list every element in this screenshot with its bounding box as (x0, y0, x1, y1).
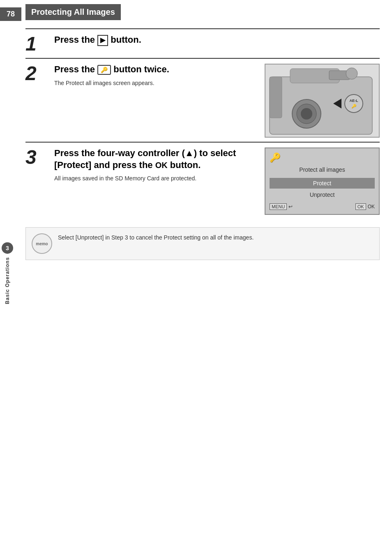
step-2-text: Press the 🔑 button twice. The Protect al… (54, 64, 256, 88)
ok-btn-box: OK (355, 203, 366, 210)
tab-number: 3 (2, 242, 13, 253)
svg-text:AE-L: AE-L (350, 99, 358, 103)
step-2-number: 2 (25, 64, 50, 83)
step-1-content: Press the ▶ button. (54, 34, 380, 49)
ok-label-footer: OK (368, 204, 375, 210)
screen-ui: 🔑 Protect all images Protect Unprotect M… (265, 147, 380, 215)
memo-icon: memo (32, 233, 52, 254)
step-3-content: Press the four-way controller (▲) to sel… (54, 147, 380, 215)
step-2-with-image: Press the 🔑 button twice. The Protect al… (54, 64, 380, 138)
ok-label: OK (155, 161, 168, 170)
camera-illustration: AE-L 🔑 (265, 64, 380, 138)
menu-btn-box: MENU (270, 203, 287, 210)
step-3-with-image: Press the four-way controller (▲) to sel… (54, 147, 380, 215)
step-2-content: Press the 🔑 button twice. The Protect al… (54, 64, 380, 138)
step-3-title: Press the four-way controller (▲) to sel… (54, 147, 256, 171)
step-2: 2 Press the 🔑 button twice. The Protect … (25, 58, 380, 138)
screen-item-unprotect: Unprotect (270, 189, 375, 200)
back-icon: ↩ (288, 204, 293, 210)
page-number: 78 (0, 7, 21, 21)
step-2-image: AE-L 🔑 (265, 64, 380, 138)
step-2-title: Press the 🔑 button twice. (54, 64, 256, 76)
step-2-desc: The Protect all images screen appears. (54, 79, 256, 88)
screen-item-protect: Protect (270, 178, 375, 189)
page-header: Protecting All Images (25, 4, 121, 20)
svg-rect-2 (270, 77, 282, 118)
sidebar: 78 3 Basic Operations (0, 0, 21, 546)
protect-button-icon: 🔑 (97, 65, 111, 75)
tab-label: Basic Operations (5, 257, 10, 304)
step-3-desc: All images saved in the SD Memory Card a… (54, 174, 256, 183)
screen-ok-btn: OK OK (355, 203, 375, 210)
screen-protect-icon: 🔑 (270, 152, 375, 163)
sidebar-tab: 3 Basic Operations (0, 242, 15, 304)
step-1-number: 1 (25, 34, 50, 54)
step-1-title: Press the ▶ button. (54, 34, 380, 46)
step-3-screen: 🔑 Protect all images Protect Unprotect M… (265, 147, 380, 215)
main-content: Protecting All Images 1 Press the ▶ butt… (21, 0, 392, 546)
svg-point-5 (301, 108, 312, 120)
memo-box: memo Select [Unprotect] in Step 3 to can… (25, 227, 380, 260)
screen-menu-btn: MENU ↩ (270, 203, 293, 210)
svg-text:🔑: 🔑 (351, 104, 357, 109)
svg-point-11 (346, 68, 357, 79)
step-3-number: 3 (25, 147, 50, 167)
step-3-text: Press the four-way controller (▲) to sel… (54, 147, 256, 183)
camera-svg: AE-L 🔑 (265, 65, 380, 138)
step-3: 3 Press the four-way controller (▲) to s… (25, 142, 380, 215)
play-button-icon: ▶ (97, 35, 108, 46)
screen-title: Protect all images (270, 166, 375, 173)
svg-point-7 (345, 94, 363, 113)
memo-icon-label: memo (36, 242, 48, 246)
screen-footer: MENU ↩ OK OK (270, 203, 375, 210)
step-1: 1 Press the ▶ button. (25, 28, 380, 54)
memo-text: Select [Unprotect] in Step 3 to cancel t… (58, 233, 254, 242)
